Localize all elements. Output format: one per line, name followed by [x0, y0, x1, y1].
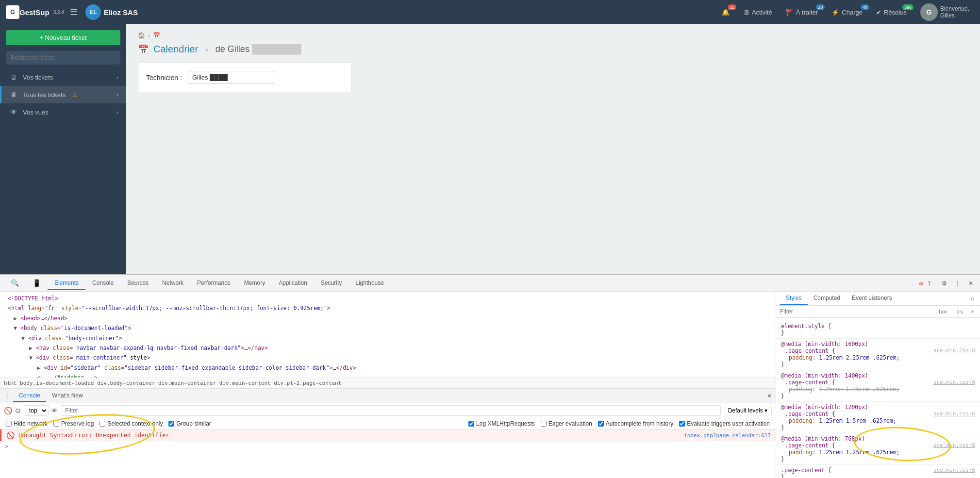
search-input[interactable] — [6, 51, 120, 65]
resolus-badge: 396 — [902, 4, 914, 10]
page-title: 📅 Calendrier » de Gilles ████████ — [138, 44, 968, 55]
calendar-title-icon: 📅 — [138, 44, 149, 55]
top-navbar: G GestSup 3.2.4 ☰ EL Elioz SAS 🔔 32 🖥 Ac… — [0, 0, 980, 24]
sidebar-item-vos-tickets[interactable]: 🖥 Vos tickets ‹ — [0, 68, 126, 86]
chevron-right-icon-2: ‹ — [116, 92, 118, 98]
sidebar-item-vos-vues[interactable]: 👁 Vos vues ‹ — [0, 103, 126, 121]
a-traiter-button[interactable]: 🚩 À traiter 20 — [781, 6, 823, 18]
tab-application[interactable]: Application — [272, 277, 314, 284]
calendar-title-text: Calendrier — [153, 44, 198, 55]
tab-memory[interactable]: Memory — [237, 277, 272, 284]
devtools-panel: 🔍 📱 Elements Console Sources Network Per… — [0, 274, 980, 284]
tab-lighthouse[interactable]: Lighthouse — [349, 277, 391, 284]
notifications-badge: 32 — [728, 4, 736, 10]
elioz-brand: EL Elioz SAS — [85, 4, 138, 20]
title-separator: » — [203, 46, 211, 53]
new-ticket-button[interactable]: + Nouveau ticket — [6, 30, 120, 45]
brand-name[interactable]: GestSup 3.2.4 — [19, 8, 64, 16]
charge-hours-badge: 4h — [861, 4, 869, 10]
tab-elements[interactable]: Elements — [48, 277, 85, 284]
avatar-icon: G — [920, 3, 938, 21]
tab-performance[interactable]: Performance — [190, 277, 237, 284]
flag-icon: 🚩 — [786, 9, 794, 16]
navbar-actions: 🔔 32 🖥 Activité 🚩 À traiter 20 ⚡ Charge … — [717, 1, 974, 23]
check-icon: ✔ — [876, 9, 881, 16]
chevron-right-icon-3: ‹ — [116, 109, 118, 115]
warning-icon: ⚠ — [72, 92, 77, 98]
close-devtools-icon[interactable]: ✕ — [965, 279, 976, 284]
error-count-badge: ⊗ 1 — [916, 279, 937, 284]
devtools-inspect-icon[interactable]: 🔍 — [4, 276, 26, 284]
vues-icon: 👁 — [9, 108, 18, 116]
more-icon[interactable]: ⋮ — [952, 279, 963, 284]
devtools-toolbar-icons: ⊗ 1 ⚙ ⋮ ✕ — [916, 279, 976, 284]
technicien-label: Technicien : — [146, 74, 182, 82]
activite-icon: 🖥 — [743, 9, 749, 16]
brand-version: 3.2.4 — [53, 10, 64, 15]
devtools-device-icon[interactable]: 📱 — [26, 276, 48, 284]
vos-tickets-label: Vos tickets — [23, 74, 53, 81]
tab-sources[interactable]: Sources — [120, 277, 155, 284]
settings-icon[interactable]: ⚙ — [939, 279, 950, 284]
vos-tickets-icon: 🖥 — [9, 73, 18, 81]
tab-console[interactable]: Console — [85, 277, 120, 284]
resolus-button[interactable]: ✔ Résolus 396 — [871, 6, 912, 18]
sidebar: + Nouveau ticket 🖥 Vos tickets ‹ 🖥 Tous … — [0, 24, 126, 284]
breadcrumb-sep1: › — [148, 32, 150, 39]
bienvenue-text: Bienvenue, Gilles — [940, 5, 969, 19]
breadcrumb: 🏠 › 📅 — [138, 32, 968, 39]
sidebar-item-tous-tickets[interactable]: 🖥 Tous les tickets ⚠ ‹ — [0, 86, 126, 103]
tous-tickets-label: Tous les tickets — [23, 91, 66, 99]
activite-button[interactable]: 🖥 Activité — [738, 6, 777, 18]
hamburger-icon[interactable]: ☰ — [70, 7, 78, 17]
elioz-circle-icon: EL — [85, 4, 101, 20]
devtools-tabs: 🔍 📱 Elements Console Sources Network Per… — [0, 275, 980, 284]
vos-vues-label: Vos vues — [23, 109, 49, 116]
breadcrumb-calendar-icon: 📅 — [153, 32, 160, 39]
home-icon[interactable]: 🏠 — [138, 32, 145, 39]
tous-tickets-icon: 🖥 — [9, 91, 18, 99]
main-content: 🏠 › 📅 📅 Calendrier » de Gilles ████████ … — [126, 24, 980, 284]
user-avatar[interactable]: G Bienvenue, Gilles — [915, 1, 974, 23]
notifications-button[interactable]: 🔔 32 — [717, 6, 734, 18]
a-traiter-badge: 20 — [816, 4, 825, 10]
tab-network[interactable]: Network — [155, 277, 190, 284]
chevron-right-icon: ‹ — [116, 74, 118, 80]
tab-security[interactable]: Security — [314, 277, 349, 284]
gestsup-logo: G — [6, 5, 19, 19]
charge-icon: ⚡ — [831, 9, 839, 16]
charge-button[interactable]: ⚡ Charge 4h — [827, 6, 867, 18]
technicien-select[interactable]: Gilles ████ — [188, 71, 275, 84]
elioz-company-name: Elioz SAS — [104, 8, 138, 16]
technicien-form: Technicien : Gilles ████ — [138, 63, 351, 92]
calendar-user-text: de Gilles ████████ — [216, 44, 301, 54]
